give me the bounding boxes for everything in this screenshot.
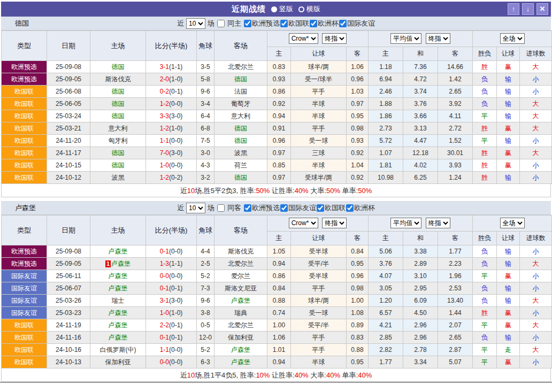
fulltime-select[interactable]: 全场 xyxy=(500,33,525,44)
league-checkbox[interactable] xyxy=(280,204,288,212)
bookmaker-select[interactable]: Crow* xyxy=(289,33,318,44)
home-team: 卢森堡 xyxy=(90,307,146,319)
recent-label: 近 xyxy=(177,203,184,213)
match-count-select[interactable]: 10 xyxy=(186,18,205,29)
match-row: 欧洲预选25-09-08德国3-1(1-1)3-5北爱尔兰0.83球半/两1.0… xyxy=(2,61,552,73)
fulltime-score: 1-1 xyxy=(160,137,169,144)
corner-score: 6-3 xyxy=(197,356,214,368)
layout-horizontal-option[interactable]: 横版 xyxy=(298,4,320,14)
league-checkbox[interactable] xyxy=(317,204,324,212)
fulltime-score: 0-1 xyxy=(160,285,169,292)
result-handicap: 输 xyxy=(497,282,520,295)
home-team: 瑞士 xyxy=(90,295,146,307)
result-handicap: 输 xyxy=(497,172,520,184)
match-row: 欧国联24-10-13保加利亚0-0(0-0)6-3卢森堡0.94半球0.951… xyxy=(2,356,552,368)
league-filter[interactable]: 欧洲预选 xyxy=(243,19,280,28)
score: 3-3(3-0) xyxy=(146,110,197,122)
odds-time-select[interactable]: 终指 xyxy=(322,218,347,228)
fulltime-select[interactable]: 全场 xyxy=(500,218,525,228)
match-date: 24-10-15 xyxy=(47,159,90,172)
unit-label: 场 xyxy=(208,19,214,28)
league-filter[interactable]: 欧国联 xyxy=(316,203,346,213)
league-label: 欧国联 xyxy=(325,203,346,213)
move-up-button[interactable]: ↑ xyxy=(508,3,519,15)
home-team-name: 波黑 xyxy=(112,174,125,181)
layout-vertical-option[interactable]: 竖版 xyxy=(271,4,293,14)
close-button[interactable]: ✕ xyxy=(536,3,548,15)
result-goals: 大 xyxy=(520,98,552,110)
crow-away-odds: 0.92 xyxy=(347,172,369,184)
match-row: 欧国联24-11-19卢森堡2-2(0-1)0-5北爱尔兰1.00受平/半0.8… xyxy=(2,319,552,332)
result-goals: 小 xyxy=(520,135,552,147)
home-team-name: 卢森堡 xyxy=(109,309,128,317)
score: 1-1(0-0) xyxy=(146,135,197,147)
same-venue-checkbox[interactable] xyxy=(217,20,225,27)
score: 1-0(0-0) xyxy=(146,159,197,172)
result-handicap: 赢 xyxy=(497,159,520,172)
bookmaker-select[interactable]: Crow* xyxy=(289,218,318,228)
league-filter[interactable]: 国际友谊 xyxy=(339,19,375,28)
league-checkbox[interactable] xyxy=(346,204,354,212)
result-winlose: 负 xyxy=(473,98,497,110)
corner-score: 4-4 xyxy=(197,245,214,258)
crow-handicap: 平手 xyxy=(291,122,347,135)
fulltime-score: 1-2 xyxy=(160,125,169,132)
result-handicap: 赢 xyxy=(497,122,520,135)
league-checkbox[interactable] xyxy=(310,20,317,27)
corner-score: 3-8 xyxy=(197,307,214,319)
league-checkbox[interactable] xyxy=(280,20,288,27)
col-type: 类型 xyxy=(2,31,47,61)
league-checkbox[interactable] xyxy=(339,20,347,27)
col-corner: 角球 xyxy=(197,31,214,61)
league-checkbox[interactable] xyxy=(244,20,251,27)
move-down-button[interactable]: ↓ xyxy=(522,3,534,15)
away-team: 卢森堡 xyxy=(214,295,267,307)
home-team: 德国 xyxy=(90,110,146,122)
league-filter[interactable]: 欧国联 xyxy=(280,19,309,28)
average-select[interactable]: 平均值 xyxy=(390,33,421,44)
summary-text: 场,胜5平2负3, 胜率: xyxy=(195,187,256,195)
crow-away-odds: 0.95 xyxy=(347,258,369,270)
league-checkbox[interactable] xyxy=(244,204,251,212)
same-venue-checkbox[interactable] xyxy=(217,204,225,212)
league-label: 国际友谊 xyxy=(347,19,375,28)
away-team-name: 葡萄牙 xyxy=(231,100,250,107)
team-section-germany: 德国 近 10 场 同主 欧洲预选欧国联欧洲杯国际友谊 类型 日期 主场 比分(… xyxy=(1,17,551,197)
halftime-score: (0-0) xyxy=(169,248,182,255)
league-filter[interactable]: 欧洲杯 xyxy=(309,19,339,28)
crow-home-odds: 0.83 xyxy=(267,61,291,73)
league-filter[interactable]: 欧洲杯 xyxy=(346,203,375,213)
score: 1-2(1-0) xyxy=(146,122,197,135)
avg-away-odds: 14.66 xyxy=(438,61,473,73)
match-date: 25-09-05 xyxy=(47,73,90,86)
fulltime-score: 0-0 xyxy=(160,358,169,366)
avg-home-odds: 2.46 xyxy=(369,86,403,98)
match-count-select[interactable]: 10 xyxy=(186,203,205,213)
away-team-name: 波黑 xyxy=(234,149,247,157)
fulltime-score: 3-1 xyxy=(160,63,169,71)
odds-time-select[interactable]: 终指 xyxy=(426,218,450,228)
result-winlose: 胜 xyxy=(473,147,497,159)
odds-time-select[interactable]: 终指 xyxy=(322,33,347,44)
match-type-tag: 欧国联 xyxy=(2,172,47,184)
average-select[interactable]: 平均值 xyxy=(390,218,421,228)
league-filter[interactable]: 欧洲预选 xyxy=(243,203,280,213)
league-checkboxes: 欧洲预选欧国联欧洲杯国际友谊 xyxy=(243,19,375,28)
home-team: 德国 xyxy=(90,147,146,159)
home-team-name: 意大利 xyxy=(109,125,128,132)
match-type-tag: 欧洲预选 xyxy=(2,61,47,73)
summary-text: 单率: xyxy=(340,187,358,195)
odds-time-select[interactable]: 终指 xyxy=(426,33,450,44)
result-handicap: 输 xyxy=(497,73,520,86)
result-winlose: 平 xyxy=(473,344,497,356)
col-date: 日期 xyxy=(47,216,90,245)
league-filter[interactable]: 国际友谊 xyxy=(280,203,316,213)
fulltime-score: 0-0 xyxy=(160,272,169,280)
subcol-away-odds: 客 xyxy=(347,47,369,60)
result-winlose: 胜 xyxy=(473,122,497,135)
score: 3-1(1-1) xyxy=(146,61,197,73)
score: 3-1(3-0) xyxy=(146,295,197,307)
result-winlose: 负 xyxy=(473,86,497,98)
home-team-name: 卢森堡 xyxy=(109,321,128,329)
avg-draw-odds: 2.78 xyxy=(403,344,438,356)
